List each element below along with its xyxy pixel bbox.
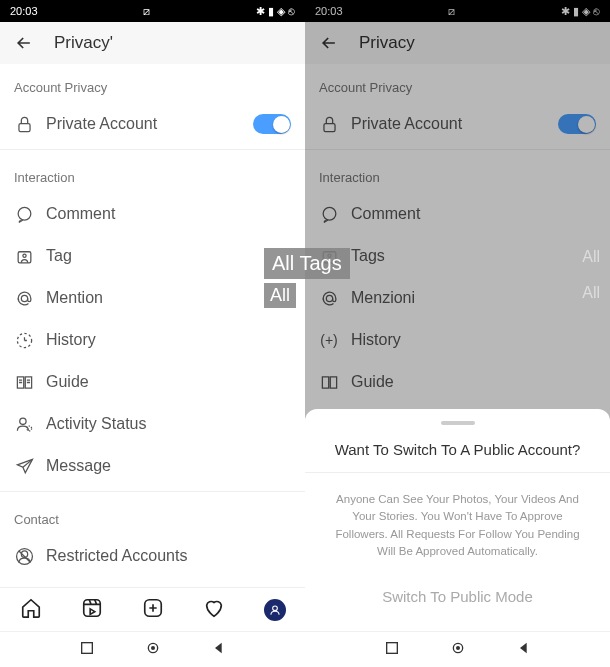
back-icon[interactable] [14, 33, 34, 53]
tag-icon [14, 247, 34, 266]
svg-point-12 [272, 605, 277, 610]
divider [0, 491, 305, 492]
svg-rect-0 [18, 123, 29, 131]
label-restricted: Restricted Accounts [46, 547, 291, 565]
sys-home[interactable] [145, 640, 161, 660]
content-left: Account Privacy Private Account Interact… [0, 64, 305, 587]
label-mention: Mention [46, 289, 279, 307]
svg-point-15 [151, 646, 155, 650]
heart-icon[interactable] [203, 597, 225, 623]
activity-icon [14, 415, 34, 434]
sheet-title: Want To Switch To A Public Account? [305, 435, 610, 473]
row-blocked[interactable]: (X) Blocked Accounts [0, 577, 305, 587]
sheet-handle[interactable] [441, 421, 475, 425]
sys-home[interactable] [450, 640, 466, 660]
row-message[interactable]: Message [0, 445, 305, 487]
row-tag[interactable]: Tag [0, 235, 305, 277]
sys-menu[interactable] [384, 640, 400, 660]
mention-value-right: All [582, 284, 600, 302]
sheet-body: Anyone Can See Your Photos, Your Videos … [305, 473, 610, 580]
label-private-account: Private Account [46, 115, 241, 133]
section-interaction: Interaction [0, 154, 305, 193]
left-screen: 20:03 ⧄ ✱ ▮ ◈ ⎋ Privacy' Account Privacy… [0, 0, 305, 667]
mention-icon [14, 289, 34, 308]
row-private-account[interactable]: Private Account [0, 103, 305, 145]
header: Privacy' [0, 22, 305, 64]
home-icon[interactable] [20, 597, 42, 623]
row-guide[interactable]: Guide [0, 361, 305, 403]
right-screen: 20:03 ⧄ ✱ ▮ ◈ ⎋ Privacy Account Privacy … [305, 0, 610, 667]
label-comment: Comment [46, 205, 291, 223]
comment-icon [14, 205, 34, 224]
label-tag: Tag [46, 247, 291, 265]
section-account-privacy: Account Privacy [0, 64, 305, 103]
profile-avatar[interactable] [264, 599, 286, 621]
message-icon [14, 457, 34, 476]
svg-rect-13 [81, 642, 92, 653]
restricted-icon [14, 547, 34, 566]
row-mention[interactable]: Mention [0, 277, 305, 319]
page-title: Privacy' [54, 33, 113, 53]
system-nav [0, 631, 305, 667]
label-guide: Guide [46, 373, 291, 391]
row-activity-status[interactable]: Activity Status [0, 403, 305, 445]
tags-value-right: All [582, 248, 600, 266]
sys-menu[interactable] [79, 640, 95, 660]
overlay-mention-value: All [264, 283, 296, 308]
row-restricted[interactable]: Restricted Accounts [0, 535, 305, 577]
svg-point-3 [22, 254, 25, 257]
bottom-sheet: Want To Switch To A Public Account? Anyo… [305, 409, 610, 631]
svg-rect-21 [386, 642, 397, 653]
status-bar: 20:03 ⧄ ✱ ▮ ◈ ⎋ [0, 0, 305, 22]
add-icon[interactable] [142, 597, 164, 623]
switch-public-button[interactable]: Switch To Public Mode [305, 580, 610, 613]
system-nav [305, 631, 610, 667]
bottom-nav [0, 587, 305, 631]
divider [0, 149, 305, 150]
sys-back[interactable] [211, 640, 227, 660]
svg-point-1 [18, 207, 31, 220]
reels-icon[interactable] [81, 597, 103, 623]
toggle-private[interactable] [253, 114, 291, 134]
svg-point-4 [21, 295, 27, 301]
sys-back[interactable] [516, 640, 532, 660]
label-history: History [46, 331, 291, 349]
label-message: Message [46, 457, 291, 475]
row-history[interactable]: History [0, 319, 305, 361]
lock-icon [14, 115, 34, 134]
row-comment[interactable]: Comment [0, 193, 305, 235]
status-icons: ✱ ▮ ◈ ⎋ [256, 5, 295, 18]
label-activity: Activity Status [46, 415, 291, 433]
section-contact: Contact [0, 496, 305, 535]
svg-point-6 [19, 418, 25, 424]
svg-point-23 [456, 646, 460, 650]
guide-icon [14, 373, 34, 392]
overlay-tags-label: All Tags [264, 248, 350, 279]
status-time: 20:03 [10, 5, 38, 17]
history-icon [14, 331, 34, 350]
